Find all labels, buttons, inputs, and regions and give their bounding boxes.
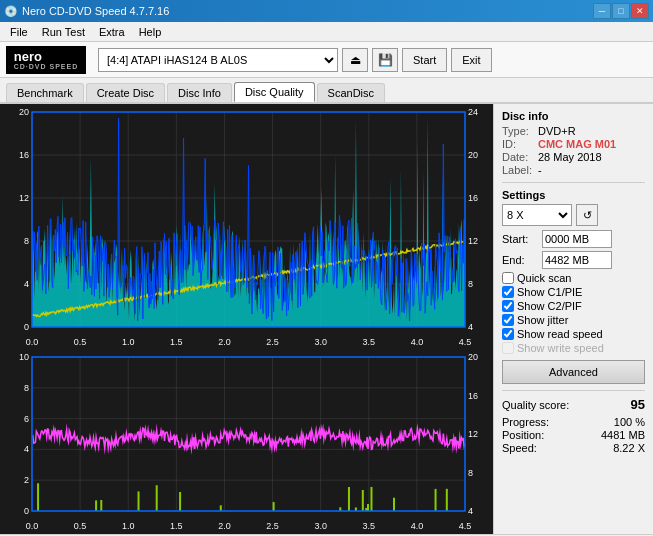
- show-c2-row: Show C2/PIF: [502, 300, 645, 312]
- quality-score-value: 95: [631, 397, 645, 412]
- type-value: DVD+R: [538, 125, 576, 137]
- speed-value: 8.22 X: [613, 442, 645, 454]
- show-jitter-label: Show jitter: [517, 314, 568, 326]
- toolbar: nero CD·DVD SPEED [4:4] ATAPI iHAS124 B …: [0, 42, 653, 78]
- position-label: Position:: [502, 429, 544, 441]
- end-label: End:: [502, 254, 538, 266]
- show-c1-row: Show C1/PIE: [502, 286, 645, 298]
- position-value: 4481 MB: [601, 429, 645, 441]
- end-mb-row: End:: [502, 251, 645, 269]
- progress-value: 100 %: [614, 416, 645, 428]
- settings-title: Settings: [502, 189, 645, 201]
- type-label: Type:: [502, 125, 538, 137]
- close-button[interactable]: ✕: [631, 3, 649, 19]
- top-chart: [0, 104, 493, 349]
- minimize-button[interactable]: ─: [593, 3, 611, 19]
- show-c2-checkbox[interactable]: [502, 300, 514, 312]
- end-input[interactable]: [542, 251, 612, 269]
- quality-score-row: Quality score: 95: [502, 397, 645, 412]
- quick-scan-row: Quick scan: [502, 272, 645, 284]
- id-value: CMC MAG M01: [538, 138, 616, 150]
- main-content: Disc info Type: DVD+R ID: CMC MAG M01 Da…: [0, 104, 653, 534]
- title-bar-text: Nero CD-DVD Speed 4.7.7.16: [22, 5, 169, 17]
- bottom-chart: [0, 349, 493, 533]
- sidebar: Disc info Type: DVD+R ID: CMC MAG M01 Da…: [493, 104, 653, 534]
- label-value: -: [538, 164, 542, 176]
- show-jitter-row: Show jitter: [502, 314, 645, 326]
- tabs: Benchmark Create Disc Disc Info Disc Qua…: [0, 78, 653, 104]
- tab-benchmark[interactable]: Benchmark: [6, 83, 84, 102]
- label-label: Label:: [502, 164, 538, 176]
- start-label: Start:: [502, 233, 538, 245]
- start-mb-row: Start:: [502, 230, 645, 248]
- disc-info-title: Disc info: [502, 110, 645, 122]
- advanced-button[interactable]: Advanced: [502, 360, 645, 384]
- divider-2: [502, 390, 645, 391]
- chart-area: [0, 104, 493, 534]
- show-jitter-checkbox[interactable]: [502, 314, 514, 326]
- speed-setting-row: 8 X ↺: [502, 204, 645, 226]
- show-read-speed-label: Show read speed: [517, 328, 603, 340]
- quick-scan-label: Quick scan: [517, 272, 571, 284]
- menu-bar: File Run Test Extra Help: [0, 22, 653, 42]
- show-write-speed-checkbox[interactable]: [502, 342, 514, 354]
- show-c1-checkbox[interactable]: [502, 286, 514, 298]
- disc-date-row: Date: 28 May 2018: [502, 151, 645, 163]
- window-controls: ─ □ ✕: [593, 3, 649, 19]
- show-read-speed-row: Show read speed: [502, 328, 645, 340]
- nero-logo: nero CD·DVD SPEED: [6, 46, 86, 74]
- drive-select[interactable]: [4:4] ATAPI iHAS124 B AL0S: [98, 48, 338, 72]
- date-value: 28 May 2018: [538, 151, 602, 163]
- quick-scan-checkbox[interactable]: [502, 272, 514, 284]
- maximize-button[interactable]: □: [612, 3, 630, 19]
- speed-row: Speed: 8.22 X: [502, 442, 645, 454]
- show-write-speed-label: Show write speed: [517, 342, 604, 354]
- show-c1-label: Show C1/PIE: [517, 286, 582, 298]
- tab-disc-quality[interactable]: Disc Quality: [234, 82, 315, 102]
- progress-label: Progress:: [502, 416, 549, 428]
- show-read-speed-checkbox[interactable]: [502, 328, 514, 340]
- start-button[interactable]: Start: [402, 48, 447, 72]
- title-bar: 💿 Nero CD-DVD Speed 4.7.7.16 ─ □ ✕: [0, 0, 653, 22]
- menu-file[interactable]: File: [4, 24, 34, 40]
- app-icon: 💿: [4, 5, 18, 18]
- quality-score-label: Quality score:: [502, 399, 569, 411]
- show-c2-label: Show C2/PIF: [517, 300, 582, 312]
- menu-help[interactable]: Help: [133, 24, 168, 40]
- start-input[interactable]: [542, 230, 612, 248]
- speed-select[interactable]: 8 X: [502, 204, 572, 226]
- menu-extra[interactable]: Extra: [93, 24, 131, 40]
- tab-disc-info[interactable]: Disc Info: [167, 83, 232, 102]
- speed-label: Speed:: [502, 442, 537, 454]
- divider-1: [502, 182, 645, 183]
- save-button[interactable]: 💾: [372, 48, 398, 72]
- progress-row: Progress: 100 %: [502, 416, 645, 428]
- position-row: Position: 4481 MB: [502, 429, 645, 441]
- tab-scan-disc[interactable]: ScanDisc: [317, 83, 385, 102]
- refresh-button[interactable]: ↺: [576, 204, 598, 226]
- id-label: ID:: [502, 138, 538, 150]
- disc-type-row: Type: DVD+R: [502, 125, 645, 137]
- menu-run-test[interactable]: Run Test: [36, 24, 91, 40]
- tab-create-disc[interactable]: Create Disc: [86, 83, 165, 102]
- exit-button[interactable]: Exit: [451, 48, 491, 72]
- date-label: Date:: [502, 151, 538, 163]
- show-write-speed-row: Show write speed: [502, 342, 645, 354]
- eject-button[interactable]: ⏏: [342, 48, 368, 72]
- disc-label-row: Label: -: [502, 164, 645, 176]
- disc-id-row: ID: CMC MAG M01: [502, 138, 645, 150]
- progress-section: Progress: 100 % Position: 4481 MB Speed:…: [502, 416, 645, 454]
